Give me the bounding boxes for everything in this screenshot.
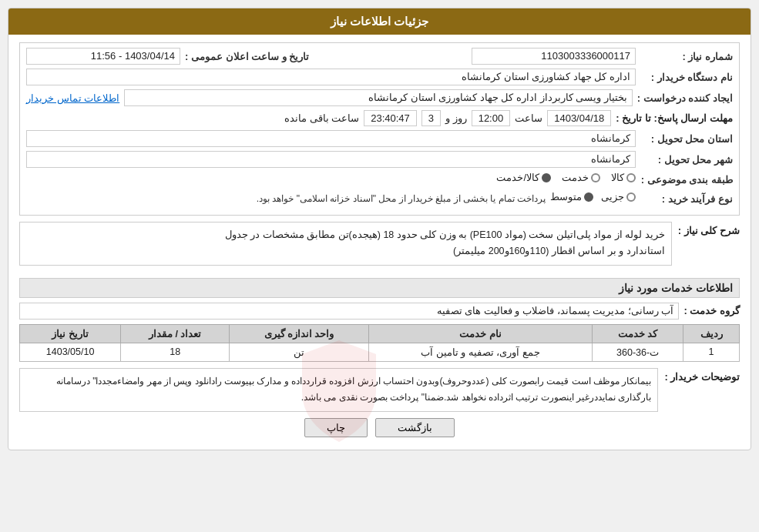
nam-dastgah-row: نام دستگاه خریدار : اداره کل جهاد کشاورز…	[26, 69, 733, 85]
radio-motavaset-circle	[584, 192, 593, 202]
shahr-value: کرمانشاه	[26, 151, 636, 168]
radio-kala-khadamat: کالا/خدمت	[496, 172, 551, 183]
radio-jozvi-label: جزیی	[601, 191, 624, 202]
tarife-radios: کالا خدمت کالا/خدمت	[496, 172, 636, 183]
top-info-section: شماره نیاز : 1103003336000117 تاریخ و سا…	[19, 42, 740, 216]
table-cell-0-4: 18	[121, 343, 230, 361]
goroh-khadamat-row: گروه خدمت : آب رسانی؛ مدیریت پسماند، فاض…	[19, 303, 740, 320]
radio-kala-label: کالا	[611, 172, 624, 183]
khadamat-section-header: اطلاعات خدمات مورد نیاز	[19, 278, 740, 298]
btn-row: بازگشت چاپ	[19, 418, 740, 437]
col-kod: کد خدمت	[593, 324, 683, 343]
notes-section: توضیحات خریدار : بیمانکار موظف است قیمت …	[19, 368, 740, 412]
col-radif: ردیف	[683, 324, 740, 343]
radio-kala: کالا	[611, 172, 636, 183]
page-title: جزئیات اطلاعات نیاز	[331, 15, 428, 28]
tarikh-elan-label: تاریخ و ساعت اعلان عمومی :	[185, 51, 309, 62]
sharh-koli-text1: خرید لوله از مواد پلی‌اتیلن سخت (مواد PE…	[26, 227, 665, 243]
table-row: 1ت-36-360جمع آوری، تصفیه و تامین آبتن181…	[20, 343, 740, 361]
sharh-koli-text2: استاندارد و بر اساس اقطار (110و160و200 م…	[26, 243, 665, 259]
shomare-niaz-label: شماره نیاز :	[640, 51, 733, 62]
radio-kala-circle	[626, 173, 636, 182]
shomare-niaz-row: شماره نیاز : 1103003336000117 تاریخ و سا…	[26, 48, 733, 65]
mohlet-row: مهلت ارسال پاسخ: تا تاریخ : 1403/04/18 س…	[26, 110, 733, 126]
goroh-khadamat-label: گروه خدمت :	[683, 305, 740, 316]
sharh-koli-box: خرید لوله از مواد پلی‌اتیلن سخت (مواد PE…	[19, 222, 672, 266]
table-header-row: ردیف کد خدمت نام خدمت واحد اندازه گیری ت…	[20, 324, 740, 343]
shahr-label: شهر محل تحویل :	[640, 154, 733, 166]
ijad-konande-label: ایجاد کننده درخواست :	[637, 92, 733, 104]
tarife-row: طبقه بندی موضوعی : کالا خدمت کالا/خدم	[26, 172, 733, 187]
items-table: ردیف کد خدمت نام خدمت واحد اندازه گیری ت…	[19, 324, 740, 362]
tarikh-elan-value: 1403/04/14 - 11:56	[26, 48, 180, 65]
ostan-label: استان محل تحویل :	[640, 133, 733, 145]
ittilaat-tamas-link[interactable]: اطلاعات تماس خریدار	[26, 92, 119, 104]
process-radios: جزیی متوسط	[550, 191, 636, 202]
shahr-row: شهر محل تحویل : کرمانشاه	[26, 151, 733, 168]
col-tedad: تعداد / مقدار	[121, 324, 230, 343]
col-tarikh: تاریخ نیاز	[20, 324, 121, 343]
ostan-row: استان محل تحویل : کرمانشاه	[26, 130, 733, 147]
ostan-value: کرمانشاه	[26, 130, 636, 147]
notes-label: توضیحات خریدار :	[664, 368, 740, 383]
radio-khadamat-label: خدمت	[562, 172, 589, 183]
card-header: جزئیات اطلاعات نیاز	[8, 8, 751, 35]
notes-text: بیمانکار موظف است قیمت رابصورت کلی (عددو…	[56, 376, 652, 403]
nam-dastgah-label: نام دستگاه خریدار :	[640, 72, 733, 83]
baghimande-label: ساعت باقی مانده	[284, 112, 359, 124]
note-text: پرداخت تمام یا بخشی از مبلغ خریدار از مح…	[26, 193, 546, 204]
rooz-value: 3	[421, 110, 441, 126]
ijad-konande-row: ایجاد کننده درخواست : بختیار ویسی کاربرد…	[26, 89, 733, 106]
nam-dastgah-value: اداره کل جهاد کشاورزی استان کرمانشاه	[26, 69, 636, 85]
sharh-koli-label: شرح کلی نیاز :	[678, 222, 740, 236]
bazgasht-button[interactable]: بازگشت	[375, 418, 455, 437]
tarikh-value: 1403/04/18	[547, 110, 611, 126]
goroh-khadamat-value: آب رسانی؛ مدیریت پسماند، فاضلاب و فعالیت…	[19, 303, 679, 320]
radio-khadamat-circle	[591, 173, 600, 182]
radio-jozvi: جزیی	[601, 191, 636, 202]
nove-farayand-label: نوع فرآیند خرید :	[640, 193, 733, 205]
table-cell-0-5: 1403/05/10	[20, 343, 121, 361]
card-body: شماره نیاز : 1103003336000117 تاریخ و سا…	[8, 35, 751, 450]
chap-button[interactable]: چاپ	[304, 418, 368, 437]
shomare-niaz-value: 1103003336000117	[472, 48, 636, 65]
page-wrapper: جزئیات اطلاعات نیاز شماره نیاز : 1103003…	[0, 0, 759, 532]
table-cell-0-3: تن	[230, 343, 368, 361]
baghimande-value: 23:40:47	[364, 110, 417, 126]
tarife-label: طبقه بندی موضوعی :	[640, 174, 733, 186]
radio-kala-khadamat-label: کالا/خدمت	[496, 172, 539, 183]
rooz-label: روز و	[445, 112, 467, 124]
main-card: جزئیات اطلاعات نیاز شماره نیاز : 1103003…	[8, 8, 751, 450]
saat-value: 12:00	[472, 110, 511, 126]
nove-farayand-row: نوع فرآیند خرید : جزیی متوسط پرداخت تمام…	[26, 191, 733, 206]
notes-box: بیمانکار موظف است قیمت رابصورت کلی (عددو…	[19, 368, 658, 412]
radio-khadamat: خدمت	[562, 172, 600, 183]
sharh-koli-section: شرح کلی نیاز : خرید لوله از مواد پلی‌اتی…	[19, 222, 740, 272]
mohlet-label: مهلت ارسال پاسخ: تا تاریخ :	[616, 112, 733, 124]
radio-motavaset: متوسط	[550, 191, 593, 202]
ijad-konande-value: بختیار ویسی کاربرداز اداره کل جهاد کشاور…	[124, 89, 633, 106]
saat-label: ساعت	[515, 112, 542, 124]
table-cell-0-0: 1	[683, 343, 740, 361]
col-vahed: واحد اندازه گیری	[230, 324, 368, 343]
radio-motavaset-label: متوسط	[550, 191, 582, 202]
radio-kala-khadamat-circle	[542, 173, 551, 182]
table-cell-0-1: ت-36-360	[593, 343, 683, 361]
col-nam: نام خدمت	[368, 324, 592, 343]
radio-jozvi-circle	[626, 192, 636, 202]
table-cell-0-2: جمع آوری، تصفیه و تامین آب	[368, 343, 592, 361]
